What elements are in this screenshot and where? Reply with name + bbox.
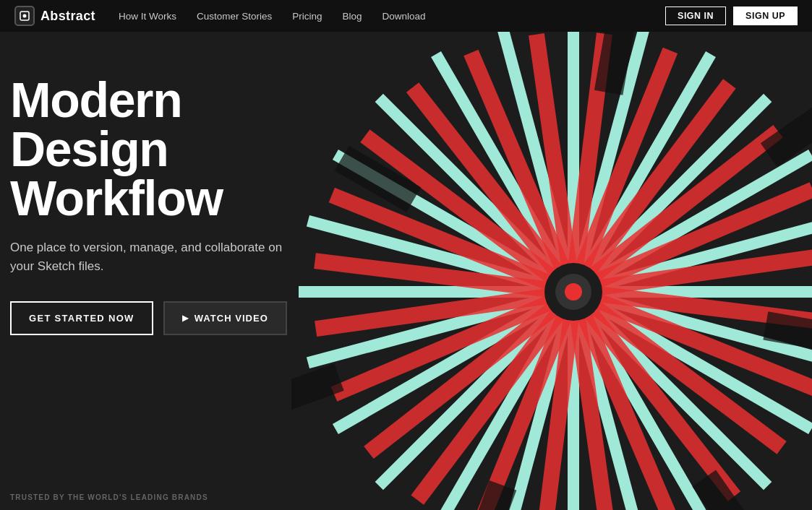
hero-subtitle: One place to version, manage, and collab… (10, 238, 285, 275)
svg-point-59 (565, 283, 582, 301)
nav-actions: SIGN IN SIGN UP (665, 7, 798, 25)
hero-buttons: GET STARTED NOW ▶ WATCH VIDEO (10, 301, 328, 335)
svg-rect-54 (463, 480, 516, 510)
nav-link-how-it-works[interactable]: How It Works (119, 11, 176, 22)
nav-links: How It Works Customer Stories Pricing Bl… (119, 11, 665, 22)
nav-link-customer-stories[interactable]: Customer Stories (197, 11, 272, 22)
hero-content: Modern Design Workflow One place to vers… (10, 75, 328, 335)
svg-point-1 (23, 14, 27, 18)
trusted-by-text: TRUSTED BY THE WORLD'S LEADING BRANDS (10, 493, 208, 501)
watch-video-button[interactable]: ▶ WATCH VIDEO (163, 301, 287, 335)
watch-video-label: WATCH VIDEO (195, 313, 268, 324)
logo-text: Abstract (40, 9, 95, 24)
hero-section: Modern Design Workflow One place to vers… (0, 32, 812, 510)
logo[interactable]: Abstract (14, 6, 95, 26)
svg-rect-55 (291, 363, 344, 412)
get-started-button[interactable]: GET STARTED NOW (10, 301, 153, 335)
hero-title: Modern Design Workflow (10, 75, 328, 222)
nav-link-download[interactable]: Download (383, 11, 426, 22)
sign-up-button[interactable]: SIGN UP (733, 7, 798, 25)
nav-link-blog[interactable]: Blog (342, 11, 362, 22)
nav-link-pricing[interactable]: Pricing (292, 11, 322, 22)
main-nav: Abstract How It Works Customer Stories P… (0, 0, 812, 32)
hero-graphic (291, 32, 812, 510)
sign-in-button[interactable]: SIGN IN (665, 7, 726, 25)
play-icon: ▶ (182, 314, 189, 323)
logo-icon (14, 6, 35, 26)
